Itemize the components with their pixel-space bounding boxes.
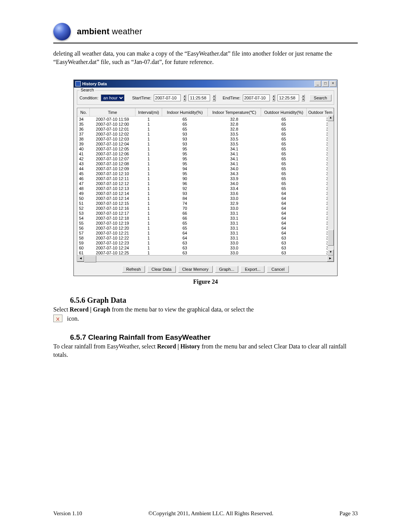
- condition-label: Condition:: [80, 96, 99, 100]
- search-button[interactable]: Search: [309, 94, 331, 101]
- table-row[interactable]: 612007-07-10 12:2516333.06332.: [78, 250, 334, 255]
- window-button-row: Refresh Clear Data Clear Memory Graph...…: [77, 266, 334, 273]
- scroll-right-icon[interactable]: ►: [327, 256, 334, 262]
- section-656-p1-pre: Select: [53, 306, 70, 313]
- table-row[interactable]: 382007-07-10 12:0319333.56532.: [78, 136, 334, 141]
- table-row[interactable]: 472007-07-10 12:1219634.06532.: [78, 181, 334, 186]
- table-row[interactable]: 492007-07-10 12:1419333.66432.: [78, 191, 334, 196]
- table-row[interactable]: 512007-07-10 12:1517432.96432.: [78, 201, 334, 206]
- end-time-spinner[interactable]: ▲▼: [301, 94, 305, 101]
- logo-icon: [53, 23, 71, 40]
- scroll-left-icon[interactable]: ◄: [77, 256, 84, 262]
- search-legend: Search: [80, 88, 95, 92]
- intro-paragraph: deleting all weather data, you can make …: [53, 50, 358, 66]
- section-657-paragraph: To clear rainfall from EasyWeather, sele…: [53, 342, 358, 359]
- window-titlebar[interactable]: History Data _ □ ×: [74, 80, 337, 88]
- footer-version: Version 1.10: [53, 510, 82, 517]
- col-outdoor-humidity[interactable]: Outdoor Humidity(%): [261, 109, 307, 117]
- table-row[interactable]: 522007-07-10 12:1617033.06432.: [78, 206, 334, 211]
- table-row[interactable]: 602007-07-10 12:2416333.06332.: [78, 245, 334, 250]
- table-row[interactable]: 362007-07-10 12:0116532.86532.: [78, 126, 334, 131]
- window-maximize-button[interactable]: □: [322, 81, 329, 87]
- start-time-input[interactable]: [188, 94, 210, 101]
- col-time[interactable]: Time: [90, 109, 135, 117]
- table-row[interactable]: 392007-07-10 12:0419333.56532.: [78, 141, 334, 146]
- page-footer: Version 1.10 ©Copyright 2011, Ambient LL…: [53, 510, 358, 517]
- end-date-spinner[interactable]: ▲▼: [272, 94, 276, 101]
- cancel-button[interactable]: Cancel: [267, 266, 289, 273]
- table-row[interactable]: 452007-07-10 12:1019534.36532.: [78, 171, 334, 176]
- grid-vertical-scrollbar[interactable]: ▲ ▼: [328, 115, 334, 256]
- vscroll-thumb[interactable]: [328, 230, 334, 246]
- table-row[interactable]: 422007-07-10 12:0719534.16532.: [78, 156, 334, 161]
- section-656-icon-line: icon.: [53, 315, 358, 323]
- start-date-spinner[interactable]: ▲▼: [183, 94, 186, 101]
- end-time-input[interactable]: [277, 94, 299, 101]
- section-656-icon-text: icon.: [65, 315, 79, 322]
- window-app-icon: [75, 81, 81, 86]
- col-no[interactable]: No.: [78, 109, 90, 117]
- section-656-heading: 6.5.6 Graph Data: [70, 296, 358, 305]
- graph-toolbar-icon: [53, 315, 62, 322]
- table-row[interactable]: 482007-07-10 12:1319233.46532.: [78, 186, 334, 191]
- brand-bold: ambient: [77, 27, 110, 36]
- history-data-window: History Data _ □ × Search Condition: an …: [73, 80, 338, 276]
- brand-text: ambient weather: [77, 27, 142, 37]
- section-657-p-bold: Record | History: [157, 343, 200, 350]
- section-657-p-pre: To clear rainfall from EasyWeather, sele…: [53, 343, 157, 350]
- table-row[interactable]: 352007-07-10 12:0016532.86532.: [78, 121, 334, 126]
- endtime-label: EndTime:: [223, 96, 241, 100]
- scroll-down-icon[interactable]: ▼: [328, 249, 334, 256]
- page-header: ambient weather: [53, 23, 358, 43]
- col-indoor-humidity[interactable]: Indoor Humidity(%): [162, 109, 208, 117]
- table-row[interactable]: 442007-07-10 12:0919434.06532.: [78, 166, 334, 171]
- table-row[interactable]: 582007-07-10 12:2216433.16332.: [78, 235, 334, 240]
- table-row[interactable]: 432007-07-10 12:0819534.16532.: [78, 161, 334, 166]
- window-minimize-button[interactable]: _: [314, 81, 321, 87]
- table-row[interactable]: 462007-07-10 12:1119033.96532.: [78, 176, 334, 181]
- export-button[interactable]: Export...: [241, 266, 264, 273]
- graph-button[interactable]: Graph...: [215, 266, 239, 273]
- start-date-input[interactable]: [154, 94, 181, 101]
- clear-memory-button[interactable]: Clear Memory: [178, 266, 213, 273]
- end-date-input[interactable]: [243, 94, 270, 101]
- col-interval[interactable]: Interval(mi): [135, 109, 162, 117]
- hscroll-thumb[interactable]: [84, 256, 96, 262]
- section-656-p1-bold: Record | Graph: [70, 306, 110, 313]
- brand-rest: weather: [110, 27, 142, 36]
- condition-select[interactable]: an hour: [101, 94, 124, 101]
- table-row[interactable]: 502007-07-10 12:1418433.06432.: [78, 196, 334, 201]
- footer-page: Page 33: [339, 510, 358, 517]
- refresh-button[interactable]: Refresh: [122, 266, 145, 273]
- starttime-label: StartTime:: [132, 96, 151, 100]
- footer-copyright: ©Copyright 2011, Ambient LLC. All Rights…: [148, 510, 274, 517]
- table-row[interactable]: 592007-07-10 12:2316333.06332.: [78, 240, 334, 245]
- start-time-spinner[interactable]: ▲▼: [212, 94, 216, 101]
- grid-horizontal-scrollbar[interactable]: ◄ ►: [77, 255, 334, 262]
- grid-header-row: No. Time Interval(mi) Indoor Humidity(%)…: [78, 109, 334, 117]
- figure-caption: Figure 24: [53, 278, 358, 285]
- table-row[interactable]: 532007-07-10 12:1716633.16432.: [78, 211, 334, 216]
- clear-data-button[interactable]: Clear Data: [147, 266, 176, 273]
- section-656-paragraph: Select Record | Graph from the menu bar …: [53, 305, 358, 314]
- table-row[interactable]: 412007-07-10 12:0619534.16532.: [78, 151, 334, 156]
- search-fieldset: Search Condition: an hour StartTime: ▲▼ …: [77, 90, 334, 105]
- col-indoor-temperature[interactable]: Indoor Temperature(℃): [208, 109, 261, 117]
- table-row[interactable]: 562007-07-10 12:2016533.16432.: [78, 225, 334, 230]
- section-657-heading: 6.5.7 Clearing Rainfall from EasyWeather: [70, 333, 358, 342]
- window-title: History Data: [82, 81, 314, 86]
- table-row[interactable]: 402007-07-10 12:0519534.16532.: [78, 146, 334, 151]
- window-close-button[interactable]: ×: [330, 81, 336, 87]
- table-row[interactable]: 572007-07-10 12:2116433.16432.: [78, 230, 334, 235]
- table-row[interactable]: 552007-07-10 12:1916533.16432.: [78, 220, 334, 225]
- section-656-p1-post: from the menu bar to view the graphical …: [110, 306, 254, 313]
- history-grid: No. Time Interval(mi) Indoor Humidity(%)…: [77, 108, 334, 262]
- table-row[interactable]: 372007-07-10 12:0219333.56532.: [78, 131, 334, 136]
- table-row[interactable]: 542007-07-10 12:1816633.16432.: [78, 216, 334, 220]
- window-body: Search Condition: an hour StartTime: ▲▼ …: [74, 88, 337, 276]
- scroll-up-icon[interactable]: ▲: [328, 115, 334, 121]
- table-row[interactable]: 342007-07-10 11:5916532.86532.: [78, 117, 334, 122]
